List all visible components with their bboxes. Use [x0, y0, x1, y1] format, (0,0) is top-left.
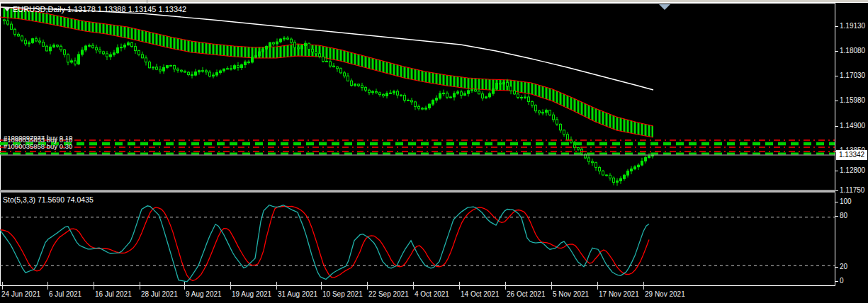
time-tick-label: 31 Aug 2021: [278, 290, 317, 298]
price-tick-mark: [835, 51, 838, 52]
time-tick-label: 29 Nov 2021: [645, 290, 685, 298]
time-tick-label: 4 Oct 2021: [415, 290, 449, 298]
time-tick-mark: [367, 282, 368, 290]
main-plot-svg[interactable]: [0, 3, 835, 190]
sto-tick-mark: [835, 267, 838, 268]
chart-title: EURUSD,Daily 1.13178 1.13388 1.13145 1.1…: [13, 5, 186, 13]
time-tick-label: 28 Jul 2021: [141, 290, 178, 298]
price-tick-mark: [835, 101, 838, 101]
price-tick-mark: [835, 190, 838, 191]
sto-tick-label: 80: [840, 212, 847, 219]
price-tick-label: 1.15980: [840, 96, 865, 104]
time-tick-label: 14 Oct 2021: [461, 290, 499, 298]
chart-window: EURUSD,Daily 1.13178 1.13388 1.13145 1.1…: [0, 0, 868, 303]
stochastic-label: Sto(5,3,3) 71.5690 74.0435: [3, 195, 94, 204]
time-tick-label: 22 Sep 2021: [368, 290, 409, 298]
price-axis[interactable]: 1.191301.180801.170301.159801.149001.138…: [835, 3, 868, 286]
price-tick-label: 1.17030: [840, 72, 865, 79]
price-tick-label: 1.19130: [840, 22, 865, 30]
time-tick-label: 26 Oct 2021: [507, 290, 545, 298]
time-tick-mark: [505, 282, 506, 290]
time-tick-mark: [643, 282, 644, 290]
sto-tick-label: 20: [840, 263, 847, 270]
price-tick-mark: [835, 26, 838, 27]
price-tick-mark: [835, 76, 838, 76]
price-tick-label: 1.12800: [840, 166, 865, 174]
sto-tick-mark: [835, 216, 838, 217]
order-lines: [0, 140, 835, 154]
chart-shift-marker-icon[interactable]: [659, 4, 670, 10]
sto-tick-mark: [835, 281, 838, 282]
time-tick-mark: [230, 282, 231, 290]
time-tick-mark: [184, 282, 185, 290]
price-tick-label: 1.14900: [840, 122, 865, 130]
time-tick-label: 5 Nov 2021: [553, 290, 589, 298]
time-tick-label: 19 Aug 2021: [232, 290, 271, 298]
time-tick-label: 24 Jun 2021: [1, 290, 40, 298]
time-tick-mark: [2, 282, 3, 290]
stochastic-plot-svg[interactable]: [0, 193, 835, 286]
time-tick-mark: [276, 282, 277, 290]
time-tick-label: 16 Jul 2021: [95, 290, 132, 298]
time-tick-mark: [140, 282, 140, 290]
time-tick-mark: [551, 282, 552, 290]
time-tick-label: 17 Nov 2021: [599, 290, 639, 298]
chevron-down-icon[interactable]: [4, 7, 11, 11]
sto-tick-label: 100: [840, 198, 852, 205]
time-tick-mark: [459, 282, 460, 290]
time-tick-mark: [47, 282, 48, 290]
sto-tick-label: 0: [840, 277, 844, 285]
order-label[interactable]: #1090035858 buy 0.30: [4, 142, 72, 150]
price-tick-mark: [835, 171, 838, 171]
price-tick-mark: [835, 126, 838, 127]
time-tick-mark: [321, 282, 322, 290]
time-tick-label: 6 Jul 2021: [49, 290, 81, 298]
time-tick-mark: [597, 282, 598, 290]
time-tick-mark: [94, 282, 94, 290]
time-tick-label: 9 Aug 2021: [186, 290, 222, 298]
sto-tick-mark: [835, 202, 838, 202]
current-price-tag: 1.13342: [836, 150, 867, 160]
time-tick-label: 10 Sep 2021: [322, 290, 363, 298]
time-axis[interactable]: 24 Jun 20216 Jul 202116 Jul 202128 Jul 2…: [0, 286, 868, 303]
price-tick-label: 1.11750: [840, 186, 864, 194]
price-tick-label: 1.18080: [840, 47, 865, 55]
time-tick-mark: [413, 282, 414, 290]
